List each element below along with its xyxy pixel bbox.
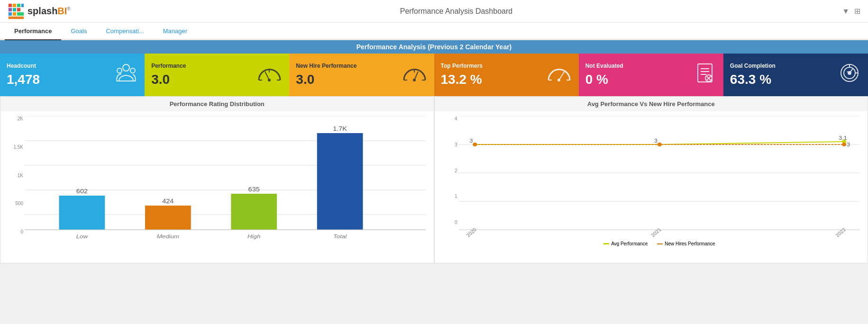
svg-rect-7 [9,12,12,15]
svg-rect-2 [17,3,20,7]
newhire-icon [402,62,428,88]
svg-text:635: 635 [248,186,260,193]
svg-point-68 [473,143,477,146]
y-label: 1.5K [8,144,23,150]
chart-legend: Avg Performance New Hires Performance [459,241,860,246]
goal-completion-icon [838,61,861,89]
kpi-newhire-value: 3.0 [296,72,356,87]
kpi-newhire-label: New Hire Performance [296,63,356,69]
top-performers-icon [546,62,572,88]
filter-icon[interactable]: ▼ [842,7,850,16]
kpi-goalcomp-value: 63.3 % [730,72,776,87]
tab-goals[interactable]: Goals [61,23,96,40]
line-chart-title: Avg Performance Vs New Hire Performance [435,97,868,111]
y-label: 1 [442,194,457,199]
legend-new-hires: New Hires Performance [657,241,715,246]
tab-bar: Performance Goals Compensati... Manager [0,23,868,40]
kpi-noteval-value: 0 % [585,72,623,87]
new-hires-legend-dot [657,243,663,244]
y-label: 1K [8,173,23,178]
not-evaluated-icon [693,61,717,89]
y-label: 2 [442,168,457,173]
bar-chart-panel: Performance Rating Distribution 2K 1.5K … [0,96,434,263]
svg-text:424: 424 [162,198,174,205]
svg-text:2022: 2022 [834,227,847,238]
svg-text:Total: Total [333,234,347,239]
svg-rect-9 [17,12,24,15]
y-label: 500 [8,201,23,206]
svg-rect-53 [317,133,363,230]
kpi-performance-label: Performance [151,63,186,69]
line-y-axis: 4 3 2 1 0 [442,116,457,225]
svg-point-70 [842,143,846,146]
kpi-goal-completion: Goal Completion 63.3 % [723,54,868,96]
svg-text:3: 3 [469,138,473,144]
svg-rect-50 [231,194,277,230]
svg-text:3.1: 3.1 [839,135,847,141]
kpi-performance-value: 3.0 [151,72,186,87]
logo-icon [8,3,25,20]
svg-point-69 [657,143,661,146]
kpi-goalcomp-label: Goal Completion [730,63,776,69]
svg-text:3: 3 [654,138,657,144]
app-header: splashBI® Performance Analysis Dashboard… [0,0,868,23]
svg-text:Low: Low [76,234,89,239]
tab-performance[interactable]: Performance [5,23,61,40]
logo-text: splashBI® [27,6,71,17]
kpi-top-performers: Top Performers 13.2 % [434,54,579,96]
legend-avg-performance: Avg Performance [603,241,648,246]
tab-manager[interactable]: Manager [154,23,197,40]
svg-point-13 [130,68,135,73]
svg-rect-44 [59,196,105,230]
svg-point-23 [557,79,560,81]
svg-point-15 [268,79,271,81]
line-chart-svg: 3 3 3.1 3 2020 2021 2022 [459,116,860,239]
svg-text:High: High [247,234,261,239]
header-actions: ▼ ⊞ [842,7,860,16]
avg-performance-legend-dot [603,243,609,244]
y-label: 0 [8,229,23,234]
dashboard-title: Performance Analysis Dashboard [400,7,512,16]
kpi-not-evaluated: Not Evaluated 0 % [579,54,723,96]
svg-rect-6 [17,8,20,11]
svg-rect-47 [145,206,191,230]
svg-text:1.7K: 1.7K [333,126,347,132]
kpi-row: Headcount 1,478 Performance 3.0 [0,54,868,96]
svg-text:Medium: Medium [157,234,179,239]
svg-rect-3 [21,3,24,7]
svg-point-19 [413,79,416,81]
svg-rect-10 [9,16,24,18]
svg-text:2020: 2020 [465,227,477,238]
svg-rect-8 [13,12,16,15]
kpi-noteval-label: Not Evaluated [585,63,623,69]
expand-icon[interactable]: ⊞ [854,7,860,16]
headcount-icon [114,61,138,89]
kpi-headcount-label: Headcount [7,63,40,69]
line-chart-panel: Avg Performance Vs New Hire Performance … [434,96,868,263]
bar-chart-svg: 602 Low 424 Medium 635 High 1.7K Total [25,116,426,239]
kpi-top-label: Top Performers [441,63,483,69]
tab-compensation[interactable]: Compensati... [96,23,153,40]
legend-new-hires-label: New Hires Performance [665,241,715,246]
charts-row: Performance Rating Distribution 2K 1.5K … [0,96,868,263]
kpi-newhire: New Hire Performance 3.0 [289,54,434,96]
legend-avg-label: Avg Performance [611,241,648,246]
kpi-headcount: Headcount 1,478 [0,54,145,96]
svg-rect-5 [13,8,16,11]
section-header: Performance Analysis (Previous 2 Calenda… [0,40,868,54]
svg-point-11 [123,64,129,71]
y-label: 3 [442,142,457,147]
bar-chart-title: Performance Rating Distribution [0,97,434,111]
y-label: 4 [442,116,457,121]
y-label: 2K [8,116,23,121]
svg-rect-4 [9,8,12,11]
y-axis-labels: 2K 1.5K 1K 500 0 [8,116,23,234]
svg-text:602: 602 [76,188,88,195]
svg-text:3: 3 [847,142,850,147]
svg-rect-0 [9,3,12,7]
svg-text:2021: 2021 [649,227,662,238]
kpi-performance: Performance 3.0 [145,54,289,96]
performance-icon [256,62,283,88]
kpi-top-value: 13.2 % [441,72,483,87]
y-label: 0 [442,220,457,225]
